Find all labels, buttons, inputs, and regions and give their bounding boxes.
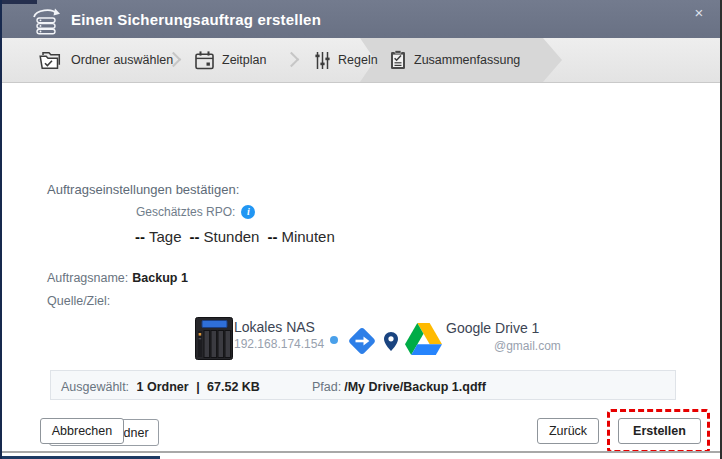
source-target-label: Quelle/Ziel: bbox=[47, 294, 110, 308]
cancel-button[interactable]: Abbrechen bbox=[40, 418, 124, 444]
titlebar: Einen Sicherungsauftrag erstellen × bbox=[2, 0, 720, 38]
step-select-folders[interactable]: Ordner auswählen bbox=[39, 38, 173, 82]
rpo-minutes-value: -- bbox=[267, 228, 277, 245]
folders-check-icon bbox=[39, 51, 63, 70]
selected-size-value: 67.52 KB bbox=[207, 380, 260, 394]
rpo-label: Geschätztes RPO: bbox=[136, 205, 235, 219]
job-name-value: Backup 1 bbox=[132, 271, 188, 285]
path-label: Pfad: bbox=[312, 380, 341, 394]
rpo-values: --Tage--Stunden--Minuten bbox=[135, 228, 343, 245]
clipboard-check-icon bbox=[390, 50, 406, 70]
step-label: Regeln bbox=[338, 53, 378, 67]
nas-device-icon bbox=[195, 317, 233, 360]
dialog-title: Einen Sicherungsauftrag erstellen bbox=[71, 0, 321, 38]
rpo-days-value: -- bbox=[135, 228, 145, 245]
step-label: Zeitplan bbox=[222, 53, 266, 67]
wizard-steps-bar: Ordner auswählen Zeitplan Regeln bbox=[2, 38, 720, 83]
sliders-icon bbox=[315, 51, 330, 70]
transfer-arrow-icon bbox=[346, 325, 378, 357]
flow-dot-icon bbox=[330, 336, 338, 344]
step-rules[interactable]: Regeln bbox=[315, 38, 378, 82]
target-account: @gmail.com bbox=[494, 339, 561, 353]
dialog-bottom-border bbox=[2, 451, 720, 453]
rpo-days-unit: Tage bbox=[149, 228, 182, 245]
rpo-hours-unit: Stunden bbox=[204, 228, 260, 245]
job-name-row: Auftragsname:Backup 1 bbox=[47, 268, 188, 286]
backup-restore-icon bbox=[29, 5, 63, 35]
job-name-label: Auftragsname: bbox=[47, 271, 128, 285]
path-value: /My Drive/Backup 1.qdff bbox=[344, 380, 486, 394]
path-info: Pfad:/My Drive/Backup 1.qdff bbox=[312, 377, 486, 395]
source-address: 192.168.174.154 bbox=[234, 337, 324, 351]
source-name: Lokales NAS bbox=[234, 319, 315, 335]
target-name: Google Drive 1 bbox=[446, 320, 539, 336]
step-label: Zusammenfassung bbox=[414, 53, 520, 67]
step-separator-icon bbox=[284, 52, 300, 68]
google-drive-icon bbox=[405, 323, 442, 355]
selected-separator: | bbox=[196, 380, 200, 394]
close-icon[interactable]: × bbox=[690, 4, 708, 22]
create-backup-job-dialog: Einen Sicherungsauftrag erstellen × Ordn… bbox=[0, 0, 722, 459]
selected-info: Ausgewählt: 1 Ordner | 67.52 KB bbox=[61, 377, 263, 395]
background-window-edge-top bbox=[2, 0, 37, 4]
confirm-settings-heading: Auftragseinstellungen bestätigen: bbox=[47, 182, 239, 197]
summary-content: Auftragseinstellungen bestätigen: Geschä… bbox=[2, 84, 720, 459]
selected-folders-value: 1 Ordner bbox=[137, 380, 189, 394]
calendar-icon bbox=[195, 51, 214, 70]
info-icon[interactable]: i bbox=[241, 205, 255, 219]
rpo-minutes-unit: Minuten bbox=[281, 228, 334, 245]
step-schedule[interactable]: Zeitplan bbox=[195, 38, 266, 82]
selected-label: Ausgewählt: bbox=[61, 380, 129, 394]
rpo-hours-value: -- bbox=[190, 228, 200, 245]
step-summary-active[interactable]: Zusammenfassung bbox=[390, 38, 520, 82]
estimated-rpo-row: Geschätztes RPO: i bbox=[136, 205, 255, 219]
back-button[interactable]: Zurück bbox=[537, 418, 599, 444]
create-button[interactable]: Erstellen bbox=[618, 418, 701, 444]
location-pin-icon bbox=[384, 332, 398, 351]
step-label: Ordner auswählen bbox=[71, 53, 173, 67]
